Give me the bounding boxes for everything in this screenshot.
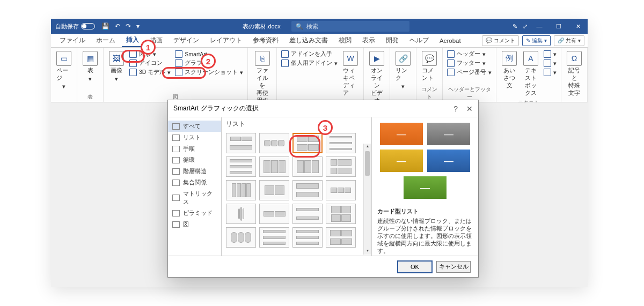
category-icon <box>172 146 180 152</box>
minimize-button[interactable]: — <box>530 19 549 34</box>
comments-button[interactable]: 💬 コメント <box>482 35 519 46</box>
shapes-button[interactable]: 図形 ▾ <box>128 50 172 58</box>
scroll-thumb[interactable] <box>365 151 370 176</box>
wikipedia-button[interactable]: Wウィキペディア <box>341 50 360 98</box>
layout-option[interactable] <box>292 227 323 248</box>
table-button[interactable]: ▦表▾ <box>80 50 100 92</box>
category-pyramid[interactable]: ピラミッド <box>168 207 221 219</box>
layout-option[interactable] <box>259 204 289 224</box>
document-title[interactable]: 表の素材.docx <box>243 23 280 31</box>
category-matrix[interactable]: マトリックス <box>168 188 221 207</box>
layout-option[interactable] <box>259 180 289 200</box>
group-hf-label: ヘッダーとフッター <box>446 85 493 101</box>
category-process[interactable]: 手順 <box>168 143 221 154</box>
greeting-button[interactable]: 例あいさつ 文 <box>500 50 519 98</box>
icons-button[interactable]: アイコン <box>128 59 172 68</box>
tab-file[interactable]: ファイル <box>55 34 90 47</box>
tab-home[interactable]: ホーム <box>92 34 120 47</box>
tab-view[interactable]: 表示 <box>358 34 379 47</box>
layout-option[interactable] <box>326 156 356 177</box>
tab-layout[interactable]: レイアウト <box>206 34 246 47</box>
save-icon[interactable]: 💾 <box>101 23 109 30</box>
tab-draw[interactable]: 描画 <box>145 34 167 47</box>
ribbon-display-icon[interactable]: ⤢ <box>523 23 528 30</box>
tab-acrobat[interactable]: Acrobat <box>435 35 465 46</box>
titlebar: 自動保存 💾 ↶ ↷ ▾ 表の素材.docx 🔍 検索 ✎ ⤢ — ☐ ✕ <box>51 19 588 34</box>
layout-option-selected[interactable] <box>292 133 323 153</box>
quick-parts-button[interactable]: ▾ <box>543 50 558 58</box>
scroll-down-icon[interactable]: ▾ <box>364 248 371 255</box>
share-button[interactable]: 🔗 共有 ▾ <box>554 35 584 46</box>
textbox-button[interactable]: Aテキスト ボックス <box>521 50 540 98</box>
header-icon <box>447 50 455 58</box>
category-icon <box>172 210 180 217</box>
layout-option[interactable] <box>226 204 256 224</box>
cancel-button[interactable]: キャンセル <box>436 261 471 273</box>
layout-option[interactable] <box>326 204 356 224</box>
layout-option[interactable] <box>292 180 323 200</box>
undo-icon[interactable]: ↶ <box>115 23 120 30</box>
category-hierarchy[interactable]: 階層構造 <box>168 166 221 177</box>
my-addins-button[interactable]: 個人用アドイン ▾ <box>280 59 339 68</box>
tab-developer[interactable]: 開発 <box>382 34 403 47</box>
get-addins-button[interactable]: アドインを入手 <box>280 50 339 58</box>
qat-dropdown-icon[interactable]: ▾ <box>136 23 140 30</box>
maximize-button[interactable]: ☐ <box>549 19 568 34</box>
ok-button[interactable]: OK <box>398 261 432 273</box>
layouts-scrollbar[interactable]: ▴ ▾ <box>363 144 371 255</box>
category-all[interactable]: すべて <box>168 121 221 132</box>
dialog-titlebar: SmartArt グラフィックの選択 ? ✕ <box>168 100 478 117</box>
category-picture[interactable]: 図 <box>168 219 221 230</box>
redo-icon[interactable]: ↷ <box>126 23 131 30</box>
layout-option[interactable] <box>326 133 356 153</box>
layout-option[interactable] <box>292 204 323 224</box>
search-icon: 🔍 <box>296 23 303 30</box>
links-button[interactable]: 🔗リンク▾ <box>393 50 413 94</box>
footer-button[interactable]: フッター ▾ <box>446 59 493 68</box>
close-button[interactable]: ✕ <box>568 19 588 34</box>
category-list-item[interactable]: リスト <box>168 132 221 143</box>
drop-cap-button[interactable]: ▾ <box>543 68 558 77</box>
wordart-button[interactable]: ▾ <box>543 59 558 68</box>
comment-button[interactable]: 💬コメント <box>420 50 439 85</box>
dialog-help-button[interactable]: ? <box>453 105 458 113</box>
layouts-grid[interactable] <box>222 131 371 250</box>
layout-option[interactable] <box>292 156 323 177</box>
icons-icon <box>129 59 137 67</box>
pages-button[interactable]: ▭ページ▾ <box>54 50 74 94</box>
footer-icon <box>447 59 455 67</box>
search-box[interactable]: 🔍 検索 <box>291 21 409 32</box>
layout-option[interactable] <box>226 133 256 153</box>
pictures-button[interactable]: 🖼画像▾ <box>107 50 126 92</box>
smartart-button[interactable]: SmartArt <box>174 50 244 58</box>
category-icon <box>172 135 180 141</box>
header-button[interactable]: ヘッダー ▾ <box>446 50 493 58</box>
online-video-button[interactable]: ▶オンライン ビデオ <box>367 50 386 106</box>
page-number-button[interactable]: ページ番号 ▾ <box>446 68 493 77</box>
tab-references[interactable]: 参考資料 <box>248 34 283 47</box>
screenshot-button[interactable]: スクリーンショット ▾ <box>174 68 244 77</box>
3d-models-button[interactable]: 3D モデル ▾ <box>128 68 172 77</box>
pen-icon[interactable]: ✎ <box>513 23 517 30</box>
dialog-close-button[interactable]: ✕ <box>466 105 473 113</box>
tab-help[interactable]: ヘルプ <box>405 34 433 47</box>
symbols-button[interactable]: Ω記号と 特殊文字 <box>565 50 584 98</box>
category-relationship[interactable]: 集合関係 <box>168 177 221 188</box>
category-cycle[interactable]: 循環 <box>168 154 221 166</box>
tab-mailings[interactable]: 差し込み文書 <box>285 34 332 47</box>
tab-review[interactable]: 校閲 <box>334 34 356 47</box>
layout-option[interactable] <box>326 227 356 248</box>
editing-mode-button[interactable]: ✎ 編集 ▾ <box>522 35 551 46</box>
scroll-up-icon[interactable]: ▴ <box>364 144 371 150</box>
tab-insert[interactable]: 挿入 <box>122 34 143 47</box>
layout-option[interactable] <box>226 156 256 177</box>
tab-design[interactable]: デザイン <box>169 34 203 47</box>
layout-option[interactable] <box>259 156 289 177</box>
autosave-toggle[interactable]: 自動保存 <box>55 23 95 31</box>
layout-option[interactable] <box>226 180 256 200</box>
layout-option[interactable] <box>326 180 356 200</box>
layout-option[interactable] <box>226 227 256 248</box>
layout-option[interactable] <box>259 133 289 153</box>
layout-option[interactable] <box>259 227 289 248</box>
chart-button[interactable]: グラフ <box>174 59 244 68</box>
